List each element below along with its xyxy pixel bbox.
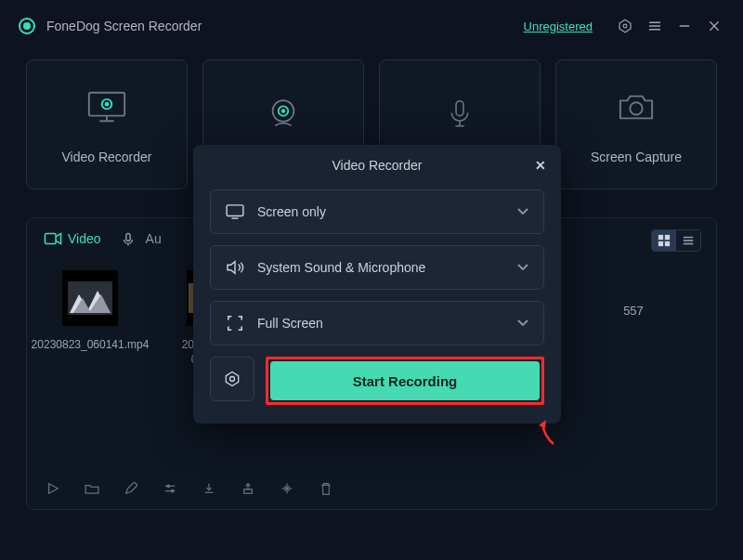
speaker-icon	[226, 259, 244, 276]
video-tab-icon	[44, 232, 60, 245]
video-recorder-card[interactable]: Video Recorder	[26, 59, 188, 189]
titlebar: FoneDog Screen Recorder Unregistered	[0, 0, 743, 52]
popup-title: Video Recorder	[210, 158, 544, 173]
select-value: Screen only	[257, 204, 326, 219]
popup-close-button[interactable]: ✕	[535, 158, 546, 173]
screen-capture-card[interactable]: Screen Capture	[555, 59, 717, 189]
microphone-icon	[437, 92, 482, 137]
area-select[interactable]: Full Screen	[210, 301, 544, 345]
settings-hex-icon[interactable]	[615, 16, 635, 36]
tab-video[interactable]: Video	[44, 231, 101, 246]
card-label: Screen Capture	[591, 150, 682, 164]
tab-label: Au	[146, 231, 162, 246]
edit-icon[interactable]	[124, 481, 138, 496]
svg-point-47	[230, 377, 235, 382]
play-icon[interactable]	[46, 481, 60, 496]
webcam-icon	[261, 92, 306, 137]
file-thumbnail	[62, 270, 118, 326]
svg-marker-48	[539, 420, 546, 428]
camera-icon	[614, 85, 658, 129]
svg-rect-24	[665, 235, 670, 240]
list-view-button[interactable]	[676, 230, 700, 251]
tab-label: Video	[68, 231, 101, 246]
chevron-down-icon	[517, 319, 528, 327]
grid-view-button[interactable]	[652, 230, 676, 251]
merge-icon[interactable]	[280, 481, 294, 496]
folder-icon[interactable]	[85, 481, 99, 496]
download-icon[interactable]	[202, 481, 216, 496]
card-label: Video Recorder	[61, 150, 151, 164]
svg-point-12	[105, 102, 110, 107]
monitor-icon	[85, 85, 129, 129]
audio-select[interactable]: System Sound & Microphone	[210, 245, 544, 290]
menu-icon[interactable]	[645, 16, 665, 36]
svg-point-39	[167, 485, 170, 488]
svg-point-15	[281, 109, 285, 112]
svg-rect-25	[658, 241, 663, 246]
fullscreen-icon	[226, 315, 244, 332]
screen-icon	[226, 203, 244, 220]
select-value: Full Screen	[257, 316, 323, 331]
svg-point-1	[623, 24, 627, 28]
svg-point-19	[630, 102, 642, 114]
svg-rect-20	[45, 234, 56, 244]
svg-rect-41	[244, 489, 253, 493]
start-recording-highlight: Start Recording	[266, 357, 544, 405]
svg-rect-44	[227, 205, 243, 216]
svg-marker-36	[49, 484, 59, 494]
app-title: FoneDog Screen Recorder	[46, 19, 202, 33]
chevron-down-icon	[517, 264, 528, 271]
unregistered-link[interactable]: Unregistered	[524, 20, 593, 33]
sliders-icon[interactable]	[163, 481, 177, 496]
close-icon[interactable]	[704, 16, 724, 36]
svg-rect-21	[125, 233, 129, 241]
view-toggle	[651, 229, 701, 252]
svg-rect-16	[456, 101, 463, 116]
select-value: System Sound & Microphone	[257, 260, 425, 275]
app-logo	[19, 18, 35, 34]
svg-point-40	[171, 489, 174, 492]
svg-marker-46	[226, 372, 238, 386]
panel-toolbar	[46, 481, 333, 496]
file-name: 557	[592, 304, 675, 318]
annotation-arrow	[539, 420, 557, 446]
svg-rect-26	[665, 241, 670, 246]
svg-marker-0	[619, 20, 631, 33]
recorder-settings-button[interactable]	[210, 357, 254, 401]
minimize-icon[interactable]	[674, 16, 695, 36]
start-recording-button[interactable]: Start Recording	[270, 361, 540, 400]
tab-audio[interactable]: Au	[122, 231, 162, 246]
audio-tab-icon	[122, 232, 138, 245]
share-icon[interactable]	[241, 481, 255, 496]
file-name: 20230823_060141.mp4	[32, 337, 150, 352]
trash-icon[interactable]	[319, 481, 333, 496]
svg-rect-23	[658, 235, 663, 240]
chevron-down-icon	[517, 208, 528, 215]
source-select[interactable]: Screen only	[210, 189, 544, 234]
video-recorder-popup: Video Recorder ✕ Screen only System Soun…	[193, 145, 561, 423]
file-item[interactable]: 20230823_060141.mp4	[44, 270, 137, 367]
